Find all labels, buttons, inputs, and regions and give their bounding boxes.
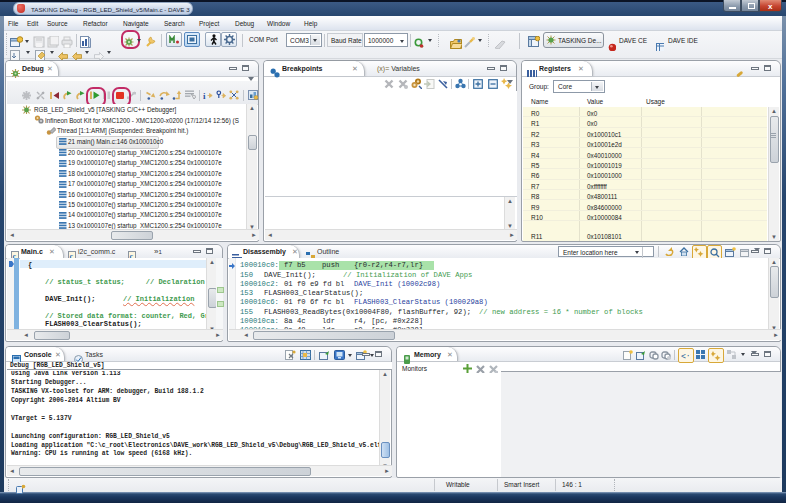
svg-text:i: i <box>203 91 206 101</box>
svg-text:<·>: <·> <box>681 352 691 360</box>
